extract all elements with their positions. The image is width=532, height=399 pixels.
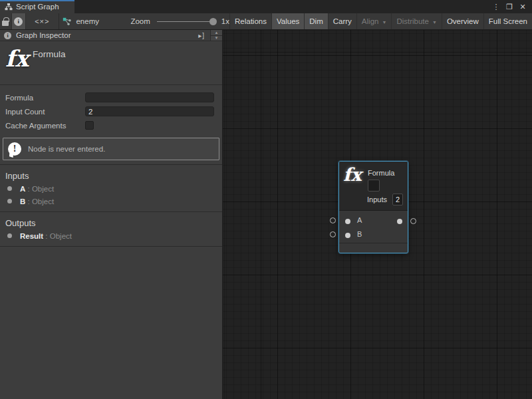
align-button[interactable]: Align ▼ xyxy=(356,13,392,29)
info-icon: i xyxy=(4,32,11,39)
input-port-row-b: B : Object xyxy=(0,195,222,207)
port-dot-icon xyxy=(7,233,12,238)
graph-canvas[interactable]: fx Formula Inputs 2 A B xyxy=(223,30,532,399)
input-port-row-a: A : Object xyxy=(0,182,222,195)
inputs-section-title: Inputs xyxy=(0,165,222,182)
port-name: Result xyxy=(20,232,43,240)
input-port-b-icon[interactable] xyxy=(345,233,350,238)
breadcrumb-label: enemy xyxy=(76,17,99,25)
cache-arguments-label: Cache Arguments xyxy=(5,122,85,130)
values-label: Values xyxy=(277,17,299,25)
node-input-count[interactable]: 2 xyxy=(392,194,403,205)
close-icon[interactable]: ✕ xyxy=(517,1,528,12)
window-controls: ⋮ ❐ ✕ xyxy=(491,0,532,13)
formula-node-header[interactable]: fx Formula Inputs 2 xyxy=(339,162,408,211)
dim-button[interactable]: Dim xyxy=(304,13,327,29)
inspector-header-label: Graph Inspector xyxy=(16,31,70,39)
port-dot-icon xyxy=(7,186,12,191)
lock-button[interactable] xyxy=(0,13,11,29)
full-screen-label: Full Screen xyxy=(489,17,527,25)
outputs-section-title: Outputs xyxy=(0,212,222,229)
formula-field-label: Formula xyxy=(5,94,85,102)
inspector-toggle-button[interactable]: i xyxy=(11,13,26,29)
port-type: : Object xyxy=(25,185,54,193)
fx-icon: fx xyxy=(343,164,362,185)
overview-button[interactable]: Overview xyxy=(442,13,483,29)
overview-label: Overview xyxy=(447,17,479,25)
formula-input[interactable] xyxy=(85,92,214,102)
graph-toolbar: i <×> enemy Zoom 1x Relations Values Dim xyxy=(0,13,532,30)
warning-text: Node is never entered. xyxy=(28,145,105,153)
graph-inspector-panel: i Graph Inspector ▸] ▲ ▼ fx Formula Form… xyxy=(0,30,223,399)
inspector-fields: Formula Input Count Cache Arguments xyxy=(0,85,222,132)
output-port-icon[interactable] xyxy=(397,219,402,224)
input-count-field-row: Input Count xyxy=(0,104,222,118)
code-icon: <×> xyxy=(35,17,49,25)
lock-icon xyxy=(2,21,9,26)
zoom-slider[interactable] xyxy=(157,21,215,22)
input-count-input[interactable] xyxy=(85,106,214,116)
values-button[interactable]: Values xyxy=(271,13,304,29)
formula-node-body: A B xyxy=(339,211,408,243)
active-tab-accent xyxy=(0,0,74,1)
zoom-value: 1x xyxy=(221,17,229,25)
relations-label: Relations xyxy=(235,17,267,25)
full-screen-button[interactable]: Full Screen xyxy=(483,13,532,29)
dock-panel-icon[interactable]: ▸] xyxy=(193,30,210,41)
tab-script-graph[interactable]: Script Graph xyxy=(0,0,74,13)
tab-label: Script Graph xyxy=(16,3,59,11)
outer-port-ring-output[interactable] xyxy=(410,218,416,224)
warning-box: ! Node is never entered. xyxy=(3,138,219,160)
dim-label: Dim xyxy=(309,17,323,25)
align-label: Align xyxy=(362,17,379,25)
distribute-button[interactable]: Distribute ▼ xyxy=(391,13,442,29)
warning-icon: ! xyxy=(8,142,21,156)
chevron-down-icon: ▼ xyxy=(432,20,437,25)
output-port-row-result: Result : Object xyxy=(0,229,222,242)
divider xyxy=(0,246,222,247)
graph-breadcrumb-icon xyxy=(63,17,72,26)
inspector-node-title: Formula xyxy=(33,49,66,59)
spinner-down-icon[interactable]: ▼ xyxy=(211,36,222,41)
relations-button[interactable]: Relations xyxy=(229,13,271,29)
node-inputs-label: Inputs xyxy=(367,196,387,203)
formula-node[interactable]: fx Formula Inputs 2 A B xyxy=(338,161,408,253)
cache-arguments-field-row: Cache Arguments xyxy=(0,118,222,132)
node-title: Formula xyxy=(368,169,394,177)
fx-icon: fx xyxy=(5,45,29,72)
node-formula-input[interactable] xyxy=(368,180,380,192)
cache-arguments-checkbox[interactable] xyxy=(85,121,94,130)
breadcrumb[interactable]: enemy xyxy=(59,13,113,29)
outer-port-ring-b[interactable] xyxy=(330,231,336,237)
chevron-down-icon: ▼ xyxy=(382,20,386,25)
code-view-button[interactable]: <×> xyxy=(26,13,59,29)
port-type: : Object xyxy=(25,198,54,205)
maximize-icon[interactable]: ❐ xyxy=(504,1,515,12)
carry-button[interactable]: Carry xyxy=(328,13,356,29)
distribute-label: Distribute xyxy=(396,17,429,25)
spinner-up-icon[interactable]: ▲ xyxy=(211,30,222,36)
port-dot-icon xyxy=(7,199,12,203)
zoom-control: Zoom 1x xyxy=(130,13,229,29)
info-icon: i xyxy=(14,17,23,26)
zoom-slider-handle[interactable] xyxy=(209,18,217,25)
input-port-a-icon[interactable] xyxy=(345,219,350,224)
port-name: A xyxy=(20,185,25,193)
formula-field-row: Formula xyxy=(0,90,222,104)
toolbar-buttons: Relations Values Dim Carry Align ▼ Distr… xyxy=(229,13,532,29)
titlebar: Script Graph ⋮ ❐ ✕ xyxy=(0,0,532,13)
kebab-menu-icon[interactable]: ⋮ xyxy=(491,1,501,12)
input-port-b-label: B xyxy=(357,230,362,238)
input-count-label: Input Count xyxy=(5,108,85,116)
panel-spinner: ▲ ▼ xyxy=(210,30,222,41)
port-type: : Object xyxy=(43,232,72,240)
port-name: B xyxy=(20,198,25,205)
carry-label: Carry xyxy=(333,17,352,25)
graph-hierarchy-icon xyxy=(5,3,13,11)
formula-node-footer xyxy=(339,243,408,252)
input-port-a-label: A xyxy=(357,216,362,224)
inspector-header: i Graph Inspector ▸] ▲ ▼ xyxy=(0,30,222,41)
zoom-label: Zoom xyxy=(130,17,150,25)
outer-port-ring-a[interactable] xyxy=(330,217,336,223)
node-title-section: fx Formula xyxy=(0,41,222,85)
